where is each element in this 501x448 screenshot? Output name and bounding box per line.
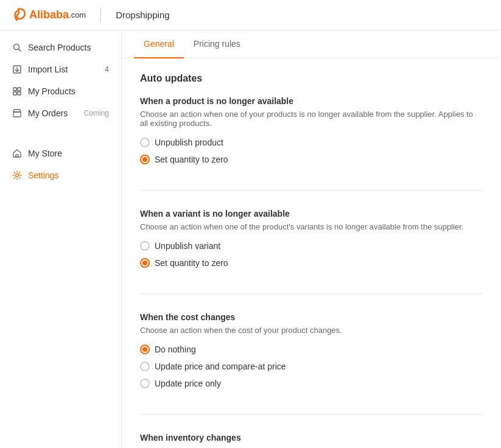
radio-circle-do-nothing-cost	[140, 345, 150, 354]
logo-icon	[12, 7, 29, 24]
svg-rect-6	[13, 92, 16, 95]
logo-com: .com	[69, 10, 86, 19]
tab-pricing-rules[interactable]: Pricing rules	[184, 30, 250, 58]
group-variant-unavailable-title: When a variant is no longer available	[140, 209, 483, 219]
radio-circle-update-price-compare	[140, 362, 150, 371]
main-content: General Pricing rules Auto updates When …	[122, 30, 501, 448]
import-list-badge: 4	[105, 65, 109, 74]
radio-label-unpublish-variant: Unpublish variant	[155, 241, 220, 251]
svg-point-10	[16, 174, 19, 177]
radio-update-price-compare[interactable]: Update price and compare-at price	[140, 362, 483, 371]
settings-icon	[12, 170, 22, 180]
radio-set-quantity-zero-product[interactable]: Set quantity to zero	[140, 155, 483, 164]
settings-content: Auto updates When a product is no longer…	[122, 58, 501, 448]
tab-general[interactable]: General	[134, 30, 184, 58]
svg-rect-7	[18, 92, 21, 95]
svg-rect-5	[18, 88, 21, 91]
tabs-bar: General Pricing rules	[122, 30, 501, 58]
my-orders-coming: Coming	[84, 109, 109, 117]
sidebar-label-my-store: My Store	[28, 149, 62, 158]
logo: Alibaba.com Dropshipping	[12, 7, 170, 24]
import-icon	[12, 65, 22, 74]
page-title: Auto updates	[140, 73, 483, 84]
radio-do-nothing-cost[interactable]: Do nothing	[140, 345, 483, 354]
svg-rect-9	[16, 155, 18, 157]
sidebar: Search Products Import List 4 My Product…	[0, 30, 122, 448]
sidebar-item-my-orders[interactable]: My Orders Coming	[0, 102, 121, 124]
group-cost-changes-title: When the cost changes	[140, 312, 483, 322]
group-inventory-changes: When inventory changes Choose an action …	[140, 433, 483, 448]
app-header: Alibaba.com Dropshipping	[0, 0, 501, 30]
group-cost-changes-desc: Choose an action when the cost of your p…	[140, 326, 483, 335]
store-icon	[12, 149, 22, 158]
alibaba-logo: Alibaba.com	[12, 7, 86, 24]
sidebar-item-my-store[interactable]: My Store	[0, 142, 121, 164]
radio-unpublish-variant[interactable]: Unpublish variant	[140, 241, 483, 251]
svg-rect-4	[13, 88, 16, 91]
radio-set-quantity-zero-variant[interactable]: Set quantity to zero	[140, 258, 483, 268]
main-layout: Search Products Import List 4 My Product…	[0, 30, 501, 448]
search-icon	[12, 43, 22, 52]
sidebar-item-settings[interactable]: Settings	[0, 164, 121, 186]
group-variant-unavailable-desc: Choose an action when one of the product…	[140, 222, 483, 231]
group-product-unavailable-desc: Choose an action when one of your produc…	[140, 110, 483, 128]
sidebar-label-my-products: My Products	[28, 86, 75, 96]
svg-line-1	[19, 49, 21, 52]
sidebar-item-import-list[interactable]: Import List 4	[0, 58, 121, 80]
group-product-unavailable-title: When a product is no longer available	[140, 96, 483, 106]
group-inventory-changes-title: When inventory changes	[140, 433, 483, 443]
radio-label-update-price-only: Update price only	[155, 379, 221, 388]
sidebar-label-import-list: Import List	[28, 65, 68, 74]
sidebar-label-settings: Settings	[28, 170, 59, 180]
logo-text: Alibaba	[29, 9, 69, 21]
radio-label-set-quantity-zero-variant: Set quantity to zero	[155, 258, 228, 268]
radio-label-update-price-compare: Update price and compare-at price	[155, 362, 286, 371]
sidebar-item-my-products[interactable]: My Products	[0, 80, 121, 102]
sidebar-label-my-orders: My Orders	[28, 108, 68, 118]
group-product-unavailable: When a product is no longer available Ch…	[140, 96, 483, 191]
radio-circle-unpublish-variant	[140, 241, 150, 251]
radio-unpublish-product[interactable]: Unpublish product	[140, 138, 483, 147]
svg-rect-8	[13, 112, 21, 117]
app-title: Dropshipping	[116, 10, 169, 20]
products-icon	[12, 86, 22, 96]
radio-label-unpublish-product: Unpublish product	[155, 138, 223, 147]
group-variant-unavailable: When a variant is no longer available Ch…	[140, 209, 483, 294]
radio-circle-update-price-only	[140, 379, 150, 388]
radio-label-set-quantity-zero-product: Set quantity to zero	[155, 155, 228, 164]
sidebar-item-search-products[interactable]: Search Products	[0, 37, 121, 58]
group-cost-changes: When the cost changes Choose an action w…	[140, 312, 483, 415]
radio-circle-set-quantity-zero-variant	[140, 258, 150, 268]
radio-update-price-only[interactable]: Update price only	[140, 379, 483, 388]
radio-circle-set-quantity-zero-product	[140, 155, 150, 164]
sidebar-label-search-products: Search Products	[28, 43, 91, 52]
radio-label-do-nothing-cost: Do nothing	[155, 345, 196, 354]
header-divider	[100, 8, 101, 23]
orders-icon	[12, 108, 22, 118]
radio-circle-unpublish-product	[140, 138, 150, 147]
